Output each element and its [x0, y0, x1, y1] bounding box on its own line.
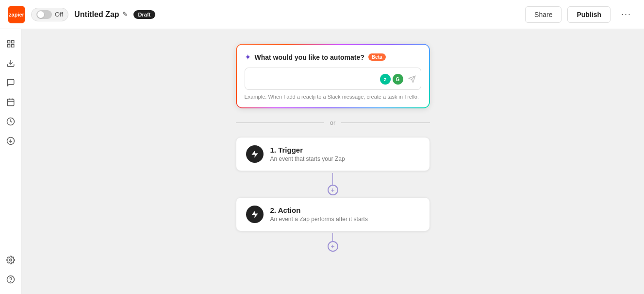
- zapier-logo: zapier: [8, 6, 25, 23]
- svg-rect-1: [11, 40, 14, 43]
- svg-rect-5: [7, 99, 14, 106]
- ai-question-label: What would you like to automate?: [255, 53, 364, 61]
- more-options-button[interactable]: ···: [616, 5, 636, 23]
- connector-line-top: [332, 173, 333, 185]
- svg-marker-18: [251, 211, 258, 218]
- trigger-step-card[interactable]: 1. Trigger An event that starts your Zap: [236, 137, 430, 171]
- edit-icon[interactable]: ✎: [122, 11, 128, 18]
- action-step-title: 2. Action: [270, 206, 368, 214]
- action-icon: [246, 206, 264, 223]
- sidebar-item-history[interactable]: [2, 113, 19, 130]
- or-line-left: [236, 122, 324, 123]
- toggle-label: Off: [55, 11, 63, 18]
- action-step-info: 2. Action An event a Zap performs after …: [270, 206, 368, 223]
- step-connector-2: +: [328, 233, 338, 252]
- sidebar-item-comments[interactable]: [2, 74, 19, 91]
- svg-rect-3: [11, 45, 14, 47]
- ai-example-text: Example: When I add a reactji to a Slack…: [245, 94, 421, 100]
- action-step-card[interactable]: 2. Action An event a Zap performs after …: [236, 197, 430, 231]
- ai-input-icons: z G: [380, 74, 403, 85]
- toggle-track: [36, 10, 52, 19]
- trigger-step-info: 1. Trigger An event that starts your Zap: [270, 146, 345, 162]
- sidebar-item-schedule[interactable]: [2, 93, 19, 111]
- canvas: ✦ What would you like to automate? Beta …: [21, 29, 644, 294]
- trigger-icon: [246, 145, 264, 163]
- bolt-icon: [250, 150, 259, 158]
- sidebar-item-import[interactable]: [2, 54, 19, 72]
- beta-badge: Beta: [368, 53, 386, 61]
- svg-rect-0: [7, 40, 10, 43]
- sidebar-item-download[interactable]: [2, 132, 19, 150]
- toggle-switch[interactable]: Off: [31, 8, 68, 21]
- svg-marker-17: [251, 151, 258, 158]
- connector-line-bottom: [332, 233, 333, 241]
- sidebar-item-settings[interactable]: [2, 251, 19, 269]
- ai-input-wrapper: z G: [245, 68, 421, 90]
- action-step-desc: An event a Zap performs after it starts: [270, 216, 368, 223]
- trigger-step-title: 1. Trigger: [270, 146, 345, 154]
- share-button[interactable]: Share: [525, 6, 561, 23]
- google-ai-icon: G: [393, 74, 403, 85]
- teal-ai-icon: z: [380, 74, 391, 85]
- toggle-thumb: [37, 11, 44, 18]
- sidebar: [0, 29, 21, 294]
- bolt-icon-2: [250, 210, 259, 219]
- publish-button[interactable]: Publish: [567, 6, 611, 23]
- spark-icon: ✦: [245, 52, 251, 62]
- add-step-button-1[interactable]: +: [328, 185, 338, 195]
- sidebar-item-help[interactable]: [2, 271, 19, 288]
- svg-point-12: [9, 259, 12, 261]
- draft-badge: Draft: [133, 10, 156, 19]
- or-text: or: [330, 119, 336, 126]
- svg-rect-2: [7, 45, 10, 47]
- ai-card-header: ✦ What would you like to automate? Beta: [245, 52, 421, 62]
- or-line-right: [341, 122, 429, 123]
- trigger-step-desc: An event that starts your Zap: [270, 156, 345, 162]
- or-divider: or: [236, 119, 430, 126]
- add-step-button-2[interactable]: +: [328, 241, 338, 252]
- ai-input-field[interactable]: [251, 74, 372, 81]
- header: zapier Off Untitled Zap ✎ Draft Share Pu…: [0, 0, 644, 29]
- ai-card-inner: ✦ What would you like to automate? Beta …: [237, 45, 429, 107]
- sidebar-item-apps[interactable]: [2, 35, 19, 52]
- step-connector-1: +: [328, 173, 338, 195]
- zap-title: Untitled Zap ✎: [74, 10, 127, 19]
- ai-automation-card: ✦ What would you like to automate? Beta …: [236, 44, 430, 108]
- main-layout: ✦ What would you like to automate? Beta …: [0, 29, 644, 294]
- ai-send-button[interactable]: [408, 75, 416, 85]
